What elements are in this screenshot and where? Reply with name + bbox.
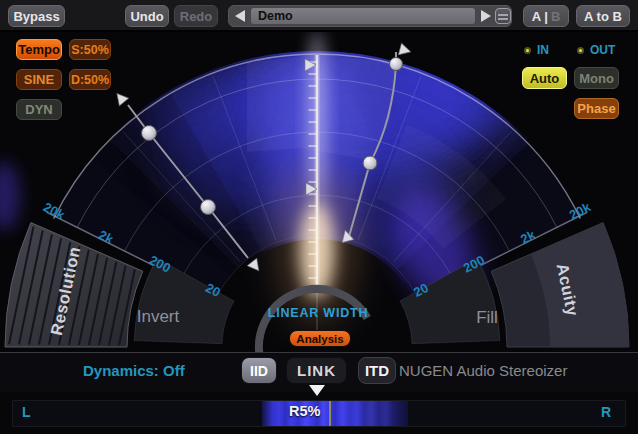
itd-button[interactable]: ITD: [358, 357, 396, 384]
preset-selector[interactable]: Demo: [228, 5, 512, 27]
left-curve-inner-arrow[interactable]: [247, 258, 263, 274]
stereoizer-window: Bypass Undo Redo Demo A | B A to B Tempo…: [0, 0, 638, 434]
preset-menu-icon[interactable]: [495, 8, 511, 24]
meter-right-label: R: [601, 404, 611, 420]
width-value-readout: R5%: [289, 403, 320, 419]
bypass-button[interactable]: Bypass: [8, 5, 65, 27]
right-curve-handle-outer[interactable]: [390, 58, 403, 71]
width-meter-center-tick: [329, 401, 331, 426]
right-curve-handle-inner[interactable]: [363, 156, 377, 170]
analysis-button[interactable]: Analysis: [289, 330, 351, 347]
preset-name-field[interactable]: Demo: [251, 8, 475, 24]
width-meter-marker-icon[interactable]: [309, 385, 325, 396]
a-to-b-button[interactable]: A to B: [576, 5, 630, 27]
invert-button[interactable]: Invert: [137, 307, 180, 326]
stereo-fan-display: 20k 2k 200 20 20k 2k 200 20 Resolution A…: [0, 32, 638, 352]
width-meter-bar: L R R5%: [0, 392, 638, 434]
meter-left-label: L: [22, 404, 31, 420]
top-bar: Bypass Undo Redo Demo A | B A to B: [0, 0, 638, 32]
dynamics-status[interactable]: Dynamics: Off: [83, 362, 185, 379]
preset-prev-icon[interactable]: [235, 10, 245, 22]
ab-toggle-b-label: B: [551, 9, 560, 24]
preset-next-icon[interactable]: [481, 10, 491, 22]
left-curve-handle-inner[interactable]: [201, 200, 216, 215]
link-button[interactable]: LINK: [286, 357, 347, 384]
left-curve-outer-arrow[interactable]: [112, 90, 128, 106]
left-curve-handle-outer[interactable]: [142, 126, 157, 141]
iid-button[interactable]: IID: [241, 357, 277, 384]
ab-toggle-button[interactable]: A | B: [523, 5, 569, 27]
width-meter-fill: [262, 401, 408, 426]
linear-width-label: LINEAR WIDTH: [268, 306, 369, 320]
fill-button[interactable]: Fill: [476, 308, 498, 327]
redo-button[interactable]: Redo: [174, 5, 218, 27]
ab-toggle-a-label: A |: [532, 9, 548, 24]
brand-label: NUGEN Audio Stereoizer: [399, 362, 567, 379]
undo-button[interactable]: Undo: [125, 5, 169, 27]
right-curve-outer-arrow[interactable]: [398, 43, 412, 57]
